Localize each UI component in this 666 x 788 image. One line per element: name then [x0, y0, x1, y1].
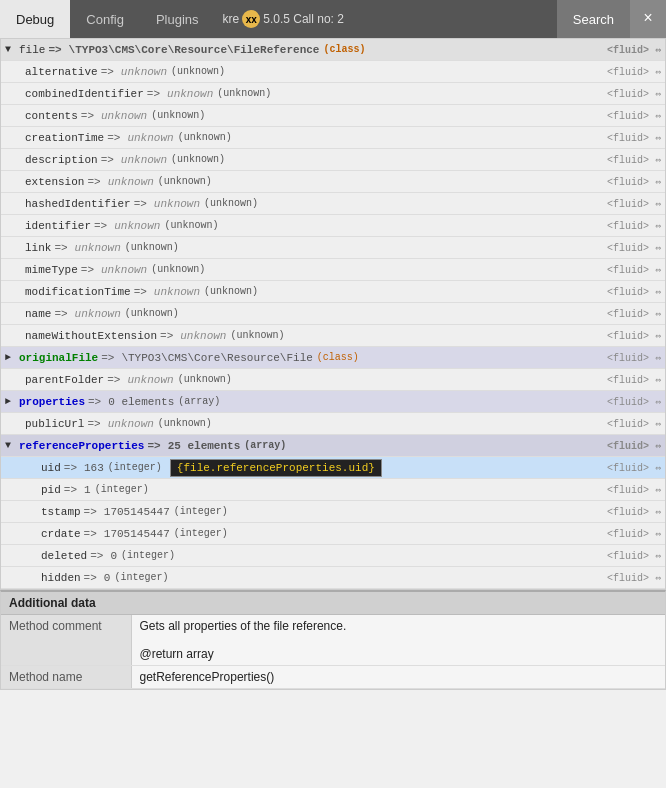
uid-tooltip: {file.referenceProperties.uid}: [170, 459, 382, 477]
search-button[interactable]: Search: [557, 0, 630, 38]
tree-root-row[interactable]: ▼ file => \TYPO3\CMS\Core\Resource\FileR…: [1, 39, 665, 61]
list-item: hashedIdentifier => unknown (unknown) <f…: [1, 193, 665, 215]
method-comment-label: Method comment: [1, 615, 131, 666]
additional-data-table: Method comment Gets all properties of th…: [1, 615, 665, 689]
kre-info: kre xx 5.0.5 Call no: 2: [215, 10, 344, 28]
additional-data-title: Additional data: [1, 592, 665, 615]
list-item: publicUrl => unknown (unknown) <fluid> ⇔: [1, 413, 665, 435]
original-file-row[interactable]: ► originalFile => \TYPO3\CMS\Core\Resour…: [1, 347, 665, 369]
debug-panel: ▼ file => \TYPO3\CMS\Core\Resource\FileR…: [0, 38, 666, 590]
reference-properties-key: referenceProperties: [19, 440, 144, 452]
tab-plugins[interactable]: Plugins: [140, 0, 215, 38]
reference-properties-toggle[interactable]: ▼: [5, 440, 19, 451]
additional-data-section: Additional data Method comment Gets all …: [0, 590, 666, 690]
deleted-row: deleted => 0 (integer) <fluid> ⇔: [1, 545, 665, 567]
hidden-row: hidden => 0 (integer) <fluid> ⇔: [1, 567, 665, 589]
reference-properties-row[interactable]: ▼ referenceProperties => 25 elements (ar…: [1, 435, 665, 457]
list-item: creationTime => unknown (unknown) <fluid…: [1, 127, 665, 149]
list-item: parentFolder => unknown (unknown) <fluid…: [1, 369, 665, 391]
properties-row[interactable]: ► properties => 0 elements (array) <flui…: [1, 391, 665, 413]
original-file-toggle[interactable]: ►: [5, 352, 19, 363]
original-file-key: originalFile: [19, 352, 98, 364]
method-comment-row: Method comment Gets all properties of th…: [1, 615, 665, 666]
method-name-label: Method name: [1, 666, 131, 689]
list-item: modificationTime => unknown (unknown) <f…: [1, 281, 665, 303]
pid-row: pid => 1 (integer) <fluid> ⇔: [1, 479, 665, 501]
root-key: file: [19, 44, 45, 56]
list-item: extension => unknown (unknown) <fluid> ⇔: [1, 171, 665, 193]
uid-row: uid => 163 (integer) {file.referenceProp…: [1, 457, 665, 479]
list-item: alternative => unknown (unknown) <fluid>…: [1, 61, 665, 83]
list-item: combinedIdentifier => unknown (unknown) …: [1, 83, 665, 105]
properties-key: properties: [19, 396, 85, 408]
method-name-row: Method name getReferenceProperties(): [1, 666, 665, 689]
kre-badge: xx: [242, 10, 260, 28]
list-item: nameWithoutExtension => unknown (unknown…: [1, 325, 665, 347]
properties-toggle[interactable]: ►: [5, 396, 19, 407]
close-button[interactable]: ×: [630, 0, 666, 38]
list-item: mimeType => unknown (unknown) <fluid> ⇔: [1, 259, 665, 281]
header: Debug Config Plugins kre xx 5.0.5 Call n…: [0, 0, 666, 38]
tstamp-row: tstamp => 1705145447 (integer) <fluid> ⇔: [1, 501, 665, 523]
list-item: contents => unknown (unknown) <fluid> ⇔: [1, 105, 665, 127]
list-item: description => unknown (unknown) <fluid>…: [1, 149, 665, 171]
crdate-row: crdate => 1705145447 (integer) <fluid> ⇔: [1, 523, 665, 545]
method-comment-value: Gets all properties of the file referenc…: [131, 615, 665, 666]
tab-debug[interactable]: Debug: [0, 0, 70, 38]
list-item: name => unknown (unknown) <fluid> ⇔: [1, 303, 665, 325]
tab-config[interactable]: Config: [70, 0, 140, 38]
list-item: identifier => unknown (unknown) <fluid> …: [1, 215, 665, 237]
method-name-value: getReferenceProperties(): [131, 666, 665, 689]
root-toggle[interactable]: ▼: [5, 44, 19, 55]
list-item: link => unknown (unknown) <fluid> ⇔: [1, 237, 665, 259]
